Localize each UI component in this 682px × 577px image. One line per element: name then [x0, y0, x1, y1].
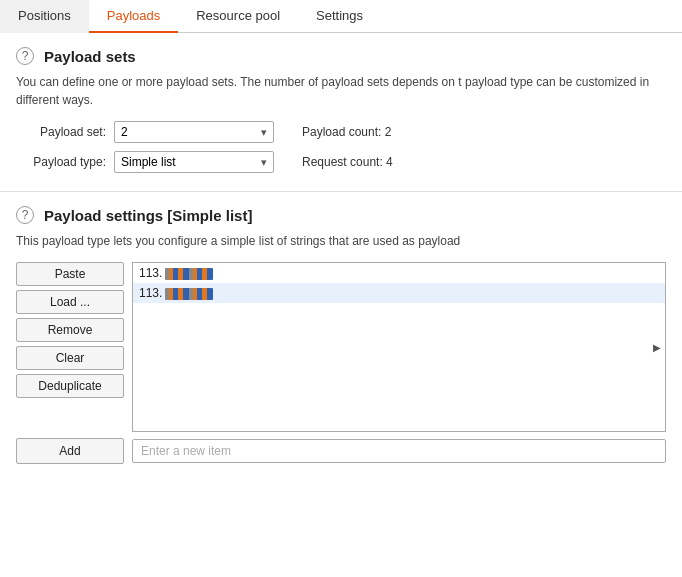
payload-sets-help-icon[interactable]: ? [16, 47, 34, 65]
payload-settings-section: ? Payload settings [Simple list] This pa… [0, 192, 682, 474]
tab-bar: Positions Payloads Resource pool Setting… [0, 0, 682, 33]
list-area: Paste Load ... Remove Clear Deduplicate … [16, 262, 666, 432]
payload-settings-header: ? Payload settings [Simple list] [16, 206, 666, 224]
payload-sets-section: ? Payload sets You can define one or mor… [0, 33, 682, 192]
payload-set-row: Payload set: 2 1 3 4 Payload count: 2 [16, 121, 666, 143]
add-input[interactable] [132, 439, 666, 463]
list-item[interactable]: 113. [133, 263, 665, 283]
tab-positions[interactable]: Positions [0, 0, 89, 33]
payload-set-select-wrapper: 2 1 3 4 [114, 121, 274, 143]
clear-button[interactable]: Clear [16, 346, 124, 370]
payload-count-info: Payload count: 2 [302, 125, 391, 139]
payload-sets-title: Payload sets [44, 48, 136, 65]
redacted-icon-1 [165, 268, 213, 280]
scroll-arrow-icon: ▶ [653, 342, 661, 353]
payload-count-value: 2 [385, 125, 392, 139]
payload-set-select[interactable]: 2 1 3 4 [114, 121, 274, 143]
payload-listbox[interactable]: 113. 113. ▶ [132, 262, 666, 432]
payload-type-select-wrapper: Simple list Runtime file Custom iterator… [114, 151, 274, 173]
tab-resource-pool[interactable]: Resource pool [178, 0, 298, 33]
redacted-icon-2 [165, 288, 213, 300]
paste-button[interactable]: Paste [16, 262, 124, 286]
list-button-group: Paste Load ... Remove Clear Deduplicate [16, 262, 124, 432]
tab-settings[interactable]: Settings [298, 0, 381, 33]
payload-settings-title: Payload settings [Simple list] [44, 207, 252, 224]
tab-payloads[interactable]: Payloads [89, 0, 178, 33]
add-row: Add [16, 438, 666, 464]
remove-button[interactable]: Remove [16, 318, 124, 342]
payload-type-row: Payload type: Simple list Runtime file C… [16, 151, 666, 173]
deduplicate-button[interactable]: Deduplicate [16, 374, 124, 398]
payload-settings-description: This payload type lets you configure a s… [16, 232, 666, 250]
payload-settings-help-icon[interactable]: ? [16, 206, 34, 224]
request-count-label: Request count: [302, 155, 383, 169]
load-button[interactable]: Load ... [16, 290, 124, 314]
payload-sets-description: You can define one or more payload sets.… [16, 73, 666, 109]
payload-count-label: Payload count: [302, 125, 381, 139]
payload-sets-header: ? Payload sets [16, 47, 666, 65]
payload-set-label: Payload set: [16, 125, 106, 139]
list-item[interactable]: 113. [133, 283, 665, 303]
request-count-info: Request count: 4 [302, 155, 393, 169]
request-count-value: 4 [386, 155, 393, 169]
payload-type-select[interactable]: Simple list Runtime file Custom iterator… [114, 151, 274, 173]
add-button[interactable]: Add [16, 438, 124, 464]
payload-type-label: Payload type: [16, 155, 106, 169]
